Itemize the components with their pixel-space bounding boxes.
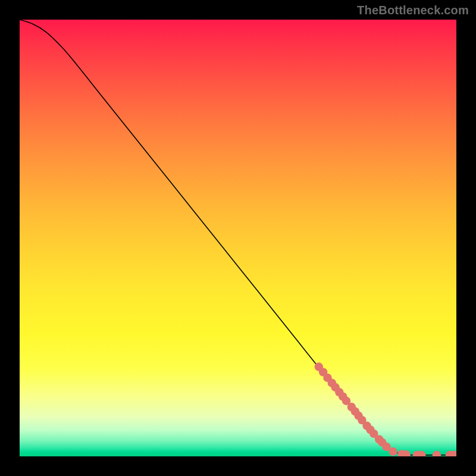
chart-container: TheBottleneck.com	[0, 0, 476, 476]
bottleneck-curve	[20, 20, 456, 455]
data-marker	[389, 447, 397, 456]
plot-area	[20, 20, 456, 456]
chart-svg	[20, 20, 456, 456]
attribution-label: TheBottleneck.com	[357, 4, 469, 17]
data-markers	[315, 362, 456, 456]
data-marker	[433, 451, 441, 456]
